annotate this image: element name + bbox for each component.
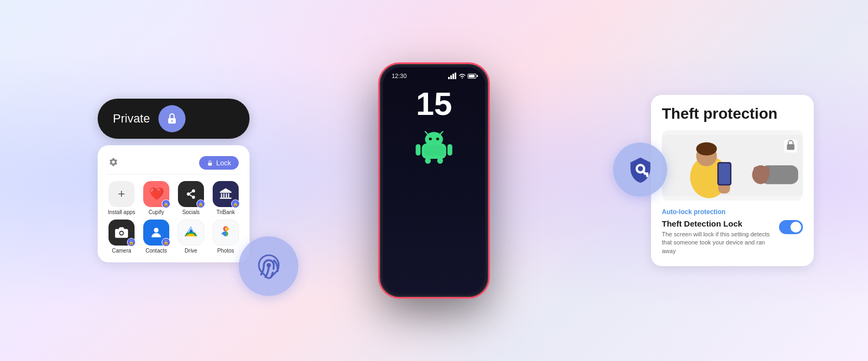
svg-rect-53	[787, 144, 795, 150]
phone-time: 12:30	[392, 73, 407, 79]
svg-rect-24	[221, 194, 222, 198]
app-name-photos: Photos	[217, 248, 234, 254]
theft-title: Theft protection	[662, 106, 803, 123]
svg-point-8	[429, 138, 432, 140]
install-apps-icon: +	[108, 181, 135, 207]
svg-rect-2	[452, 74, 454, 79]
svg-line-7	[440, 131, 443, 134]
svg-marker-29	[220, 188, 232, 192]
app-item-contacts[interactable]: 🔒 Contacts	[141, 220, 171, 254]
svg-rect-10	[416, 144, 420, 156]
tribank-icon: 🔒	[213, 181, 239, 207]
fingerprint-icon	[254, 252, 284, 281]
app-item-socials[interactable]: 🔒 Socials	[176, 181, 206, 215]
camera-app-icon	[114, 225, 129, 240]
app-item-tribank[interactable]: 🔒 TriBank	[210, 181, 241, 215]
app-item-drive[interactable]: Drive	[176, 220, 206, 254]
auto-lock-label: Auto-lock protection	[662, 208, 803, 216]
camera-privacy-badge: 🔒	[127, 238, 136, 247]
lock-label: Lock	[216, 159, 231, 167]
android-phone: 12:30	[380, 64, 488, 297]
settings-gear-icon	[108, 157, 118, 167]
android-logo	[412, 131, 456, 164]
app-name-drive: Drive	[184, 248, 197, 254]
contacts-privacy-badge: 🔒	[162, 238, 170, 247]
svg-point-9	[436, 138, 439, 140]
svg-point-35	[267, 263, 270, 266]
svg-rect-51	[765, 166, 770, 177]
svg-rect-17	[208, 163, 212, 165]
battery-icon	[468, 74, 476, 79]
svg-rect-27	[228, 194, 229, 198]
cupify-privacy-badge: 🔒	[162, 199, 170, 208]
app-name-socials: Socials	[182, 209, 200, 215]
svg-point-34	[225, 228, 227, 230]
svg-point-20	[192, 196, 195, 199]
svg-rect-49	[754, 166, 758, 177]
main-scene: 12:30	[0, 0, 868, 361]
app-item-photos[interactable]: Photos	[210, 220, 241, 254]
status-bar: 12:30	[383, 67, 485, 82]
drive-icon	[178, 220, 204, 246]
svg-line-22	[190, 195, 192, 197]
svg-rect-44	[719, 163, 730, 184]
theft-detection-toggle[interactable]: ✓	[779, 220, 803, 234]
app-item-install[interactable]: + Install apps	[106, 181, 137, 215]
socials-icon: 🔒	[178, 181, 204, 207]
private-space-panel: Private	[98, 99, 250, 262]
svg-line-6	[425, 131, 428, 134]
phone-notch	[423, 72, 432, 80]
drive-app-icon	[183, 225, 199, 240]
tribank-privacy-badge: 🔒	[231, 199, 240, 208]
tribank-app-icon	[219, 187, 233, 201]
camera-icon: 🔒	[108, 220, 135, 246]
signal-icon	[448, 73, 457, 79]
svg-rect-28	[220, 198, 232, 199]
svg-line-21	[190, 192, 192, 194]
svg-rect-23	[220, 192, 232, 193]
app-item-camera[interactable]: 🔒 Camera	[106, 220, 137, 254]
phone-date: 15	[416, 88, 452, 120]
svg-point-32	[154, 228, 159, 233]
lock-small-button[interactable]: Lock	[199, 156, 239, 170]
svg-point-18	[187, 192, 190, 196]
svg-rect-14	[424, 145, 444, 156]
apps-grid-header: Lock	[106, 154, 241, 175]
app-name-tribank: TriBank	[216, 209, 235, 215]
app-name-install: Install apps	[108, 209, 136, 215]
contacts-app-icon	[149, 225, 163, 240]
photos-icon	[213, 220, 239, 246]
theft-detection-info: Theft Detection Lock The screen will loc…	[662, 219, 776, 255]
svg-rect-1	[450, 75, 452, 79]
private-label: Private	[113, 112, 150, 126]
cupify-icon: ❤️ 🔒	[143, 181, 169, 207]
svg-point-46	[696, 142, 717, 155]
svg-rect-50	[759, 165, 764, 177]
shield-key-icon	[626, 155, 655, 185]
svg-rect-25	[224, 194, 225, 198]
svg-rect-3	[455, 73, 456, 79]
socials-app-icon	[183, 186, 199, 202]
wifi-icon	[458, 73, 466, 79]
app-name-cupify: Cupify	[149, 209, 164, 215]
status-icons	[448, 73, 476, 79]
toggle-checkmark: ✓	[795, 223, 800, 230]
theft-detection-row: Theft Detection Lock The screen will loc…	[662, 219, 803, 255]
photos-app-icon	[218, 225, 233, 240]
private-toggle[interactable]: Private	[98, 99, 250, 139]
contacts-icon: 🔒	[143, 220, 169, 246]
svg-rect-0	[448, 77, 450, 79]
fingerprint-bubble	[239, 236, 298, 296]
svg-rect-12	[425, 158, 431, 164]
theft-detection-desc: The screen will lock if this setting det…	[662, 230, 776, 255]
svg-point-16	[171, 120, 173, 122]
app-item-cupify[interactable]: ❤️ 🔒 Cupify	[141, 181, 171, 215]
svg-rect-13	[437, 158, 443, 164]
apps-grid-container: Lock + Install apps ❤️ 🔒 Cupify	[98, 145, 250, 262]
socials-privacy-badge: 🔒	[196, 199, 205, 208]
app-name-contacts: Contacts	[145, 248, 167, 254]
theft-illustration	[662, 130, 803, 201]
gear-icon[interactable]	[108, 157, 118, 169]
lock-button[interactable]	[158, 105, 186, 132]
apps-grid: + Install apps ❤️ 🔒 Cupify	[106, 181, 241, 254]
